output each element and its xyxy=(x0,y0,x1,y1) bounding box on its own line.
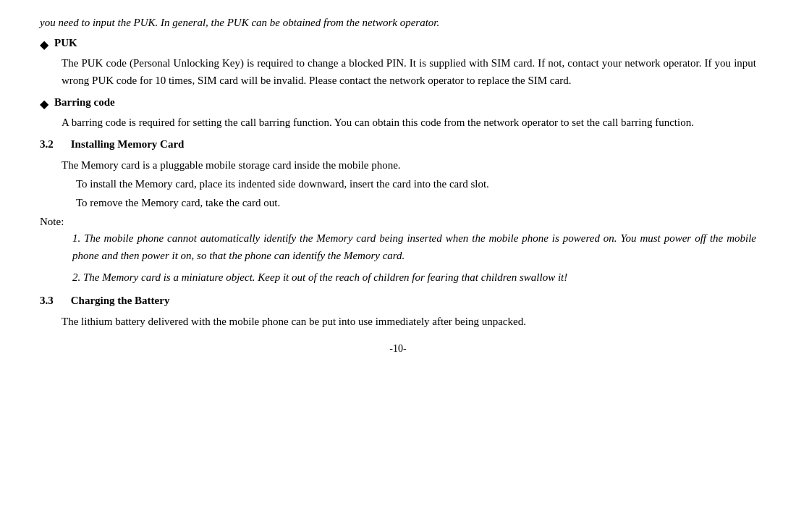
section-32-body: The Memory card is a pluggable mobile st… xyxy=(62,156,756,211)
barring-header: ◆ Barring code xyxy=(40,96,756,111)
note-label: Note: xyxy=(40,216,756,228)
puk-body: The PUK code (Personal Unlocking Key) is… xyxy=(62,54,756,89)
barring-diamond-icon: ◆ xyxy=(40,97,48,111)
section-33-number: 3.3 xyxy=(40,295,54,307)
section-33-heading: 3.3 Charging the Battery xyxy=(40,295,756,307)
note-1: 1. The mobile phone cannot automatically… xyxy=(72,229,756,264)
puk-title: PUK xyxy=(54,37,77,49)
section-32-heading: 3.2 Installing Memory Card xyxy=(40,138,756,151)
section-32-para3: To remove the Memory card, take the card… xyxy=(76,194,756,211)
page-container: you need to input the PUK. In general, t… xyxy=(0,0,796,532)
barring-body: A barring code is required for setting t… xyxy=(62,114,756,131)
section-32-para1: The Memory card is a pluggable mobile st… xyxy=(62,156,756,174)
barring-title: Barring code xyxy=(54,96,115,109)
page-number: -10- xyxy=(40,343,756,355)
section-32-title: Installing Memory Card xyxy=(71,138,185,151)
section-33-title: Charging the Battery xyxy=(71,295,170,307)
section-33-para: The lithium battery delivered with the m… xyxy=(62,313,756,330)
puk-section: ◆ PUK The PUK code (Personal Unlocking K… xyxy=(40,37,756,89)
intro-text: you need to input the PUK. In general, t… xyxy=(40,14,756,31)
section-32-number: 3.2 xyxy=(40,138,54,151)
puk-header: ◆ PUK xyxy=(40,37,756,51)
note-2: 2. The Memory card is a miniature object… xyxy=(72,269,756,286)
puk-diamond-icon: ◆ xyxy=(40,38,48,51)
note-body: 1. The mobile phone cannot automatically… xyxy=(72,229,756,286)
section-33-body: The lithium battery delivered with the m… xyxy=(62,313,756,330)
barring-section: ◆ Barring code A barring code is require… xyxy=(40,96,756,131)
section-32-para2: To install the Memory card, place its in… xyxy=(76,175,756,193)
